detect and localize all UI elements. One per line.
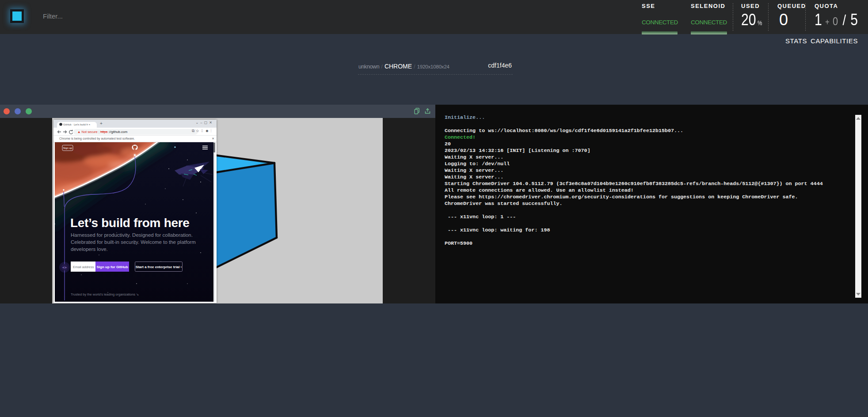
svg-text:˂˃: ˂˃ xyxy=(62,265,67,269)
svg-text:Sign up for GitHub: Sign up for GitHub xyxy=(96,265,128,269)
svg-text:Sign up: Sign up xyxy=(63,147,72,149)
svg-text:Email address: Email address xyxy=(73,265,94,269)
svg-text:Start a free enterprise trial: Start a free enterprise trial › xyxy=(136,265,182,269)
svg-text:Let’s build from here: Let’s build from here xyxy=(70,216,190,230)
svg-text:Harnessed for productivity. De: Harnessed for productivity. Designed for… xyxy=(71,232,193,238)
svg-text:Celebrated for built-in securi: Celebrated for built-in security. Welcom… xyxy=(71,239,196,245)
svg-text:developers love.: developers love. xyxy=(71,246,108,252)
svg-text:Trusted by the world’s leading: Trusted by the world’s leading organizat… xyxy=(71,292,139,296)
